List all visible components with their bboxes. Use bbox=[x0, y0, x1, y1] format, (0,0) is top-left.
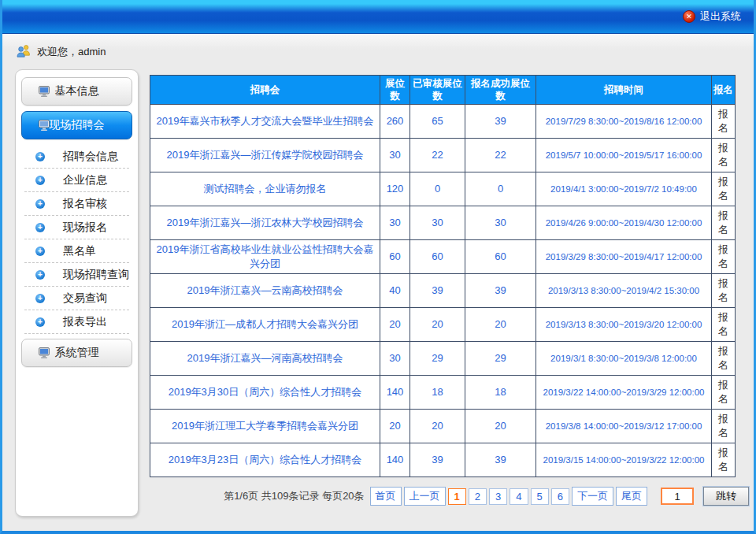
recruit-time-cell: 2019/3/15 14:00:00~2019/3/22 12:00:00 bbox=[536, 443, 712, 477]
sidebar-subitem[interactable]: 现场招聘查询 bbox=[24, 263, 129, 287]
fair-name-cell[interactable]: 2019年3月30日（周六）综合性人才招聘会 bbox=[150, 376, 380, 410]
header-apply: 报名 bbox=[712, 76, 736, 105]
sidebar-item-label: 系统管理 bbox=[55, 346, 99, 360]
sidebar: 基本信息 现场招聘会 招聘会信息企业信息报名审核现场报名黑名单现场招聘查询交易查… bbox=[15, 69, 139, 517]
recruit-time-cell: 2019/4/26 9:00:00~2019/4/30 12:00:00 bbox=[536, 206, 712, 240]
table-row: 2019年浙江嘉兴—浙江农林大学校园招聘会3030302019/4/26 9:0… bbox=[150, 206, 736, 240]
success-count-cell: 18 bbox=[465, 376, 536, 410]
prev-page-button[interactable]: 上一页 bbox=[404, 487, 446, 506]
content-area: 欢迎您，admin 基本信息 bbox=[2, 34, 754, 531]
apply-link[interactable]: 报名 bbox=[712, 376, 736, 410]
welcome-bar: 欢迎您，admin bbox=[2, 34, 754, 68]
fair-name-cell[interactable]: 2019年浙江嘉兴—浙江农林大学校园招聘会 bbox=[150, 206, 380, 240]
page-button[interactable]: 5 bbox=[531, 488, 549, 505]
sidebar-item-onsite-job-fair[interactable]: 现场招聘会 bbox=[21, 111, 132, 139]
plus-icon bbox=[35, 152, 45, 161]
page-button[interactable]: 6 bbox=[551, 488, 569, 505]
recruit-time-cell: 2019/3/13 8:30:00~2019/3/20 12:00:00 bbox=[536, 308, 712, 342]
jump-button[interactable]: 跳转 bbox=[703, 487, 749, 506]
subitem-label: 交易查询 bbox=[63, 291, 107, 306]
fair-name-cell[interactable]: 测试招聘会，企业请勿报名 bbox=[150, 172, 380, 206]
users-icon bbox=[17, 44, 32, 60]
logout-button[interactable]: 退出系统 bbox=[683, 9, 741, 24]
apply-link[interactable]: 报名 bbox=[712, 206, 736, 240]
fair-name-cell[interactable]: 2019年浙江省高校毕业生就业公益性招聘大会嘉兴分团 bbox=[150, 240, 380, 274]
apply-link[interactable]: 报名 bbox=[712, 105, 736, 139]
last-page-button[interactable]: 尾页 bbox=[616, 487, 647, 506]
table-row: 2019年3月30日（周六）综合性人才招聘会14018182019/3/22 1… bbox=[150, 376, 736, 410]
recruit-time-cell: 2019/7/29 8:30:00~2019/8/16 12:00:00 bbox=[536, 105, 712, 139]
app-window: 退出系统 欢迎您，admin bbox=[0, 0, 756, 534]
booth-count-cell: 120 bbox=[380, 172, 410, 206]
recruit-time-cell: 2019/3/1 8:30:00~2019/3/8 12:00:00 bbox=[536, 342, 712, 376]
success-count-cell: 60 bbox=[465, 240, 536, 274]
subitem-label: 招聘会信息 bbox=[63, 150, 118, 164]
plus-icon bbox=[35, 270, 45, 280]
apply-link[interactable]: 报名 bbox=[712, 443, 736, 477]
jump-page-input[interactable] bbox=[661, 488, 694, 505]
apply-link[interactable]: 报名 bbox=[712, 139, 736, 172]
sidebar-item-basic-info[interactable]: 基本信息 bbox=[21, 77, 132, 106]
success-count-cell: 29 bbox=[465, 342, 536, 376]
success-count-cell: 39 bbox=[465, 274, 536, 308]
sidebar-item-label: 现场招聘会 bbox=[50, 118, 105, 132]
subitem-label: 报表导出 bbox=[63, 315, 107, 329]
next-page-button[interactable]: 下一页 bbox=[572, 487, 613, 506]
recruit-time-cell: 2019/3/8 14:00:00~2019/3/12 17:00:00 bbox=[536, 410, 712, 443]
recruit-time-cell: 2019/3/22 14:00:00~2019/3/29 12:00:00 bbox=[536, 376, 712, 410]
table-row: 2019年浙江嘉兴—浙江传媒学院校园招聘会3022222019/5/7 10:0… bbox=[150, 139, 736, 172]
sidebar-item-system-management[interactable]: 系统管理 bbox=[21, 339, 132, 367]
fair-name-cell[interactable]: 2019年浙江—成都人才招聘大会嘉兴分团 bbox=[150, 308, 380, 342]
fair-name-cell[interactable]: 2019年浙江理工大学春季招聘会嘉兴分团 bbox=[150, 410, 380, 443]
sidebar-subitem[interactable]: 交易查询 bbox=[24, 287, 129, 310]
sidebar-subitem[interactable]: 现场报名 bbox=[24, 216, 129, 239]
apply-link[interactable]: 报名 bbox=[712, 308, 736, 342]
page-number-list: 123456 bbox=[448, 488, 569, 505]
approved-count-cell: 60 bbox=[410, 240, 465, 274]
page-button[interactable]: 3 bbox=[489, 488, 507, 505]
recruit-time-cell: 2019/3/13 8:30:00~2019/4/2 15:30:00 bbox=[536, 274, 712, 308]
sidebar-subitem[interactable]: 招聘会信息 bbox=[24, 145, 129, 169]
fair-name-cell[interactable]: 2019年浙江嘉兴—浙江传媒学院校园招聘会 bbox=[150, 139, 380, 172]
sidebar-subitem[interactable]: 报表导出 bbox=[24, 310, 129, 334]
plus-icon bbox=[35, 223, 45, 232]
table-row: 2019年3月23日（周六）综合性人才招聘会14039392019/3/15 1… bbox=[150, 443, 736, 477]
monitor-icon bbox=[37, 120, 50, 134]
page-button[interactable]: 4 bbox=[510, 488, 528, 505]
first-page-button[interactable]: 首页 bbox=[370, 487, 402, 506]
approved-count-cell: 29 bbox=[410, 342, 465, 376]
booth-count-cell: 30 bbox=[380, 206, 410, 240]
booth-count-cell: 30 bbox=[380, 342, 410, 376]
fair-name-cell[interactable]: 2019年3月23日（周六）综合性人才招聘会 bbox=[150, 443, 380, 477]
sidebar-subitem[interactable]: 企业信息 bbox=[24, 169, 129, 192]
header-success-count: 报名成功展位数 bbox=[465, 76, 536, 105]
page-button[interactable]: 2 bbox=[469, 488, 487, 505]
plus-icon bbox=[35, 317, 45, 327]
monitor-icon bbox=[37, 86, 50, 100]
sidebar-item-label: 基本信息 bbox=[55, 84, 99, 98]
booth-count-cell: 20 bbox=[380, 308, 410, 342]
recruit-time-cell: 2019/5/7 10:00:00~2019/5/17 16:00:00 bbox=[536, 139, 712, 172]
page-button-current[interactable]: 1 bbox=[448, 488, 466, 505]
apply-link[interactable]: 报名 bbox=[712, 410, 736, 443]
approved-count-cell: 20 bbox=[410, 308, 465, 342]
fair-name-cell[interactable]: 2019年浙江嘉兴—云南高校招聘会 bbox=[150, 274, 380, 308]
booth-count-cell: 60 bbox=[380, 240, 410, 274]
approved-count-cell: 39 bbox=[410, 443, 465, 477]
fair-name-cell[interactable]: 2019年浙江嘉兴—河南高校招聘会 bbox=[150, 342, 380, 376]
pagination-summary: 第1/6页 共109条记录 每页20条 bbox=[224, 489, 364, 503]
plus-icon bbox=[35, 176, 45, 185]
approved-count-cell: 20 bbox=[410, 410, 465, 443]
booth-count-cell: 140 bbox=[380, 443, 410, 477]
sidebar-subitem[interactable]: 报名审核 bbox=[24, 192, 129, 216]
apply-link[interactable]: 报名 bbox=[712, 172, 736, 206]
sidebar-subitem[interactable]: 黑名单 bbox=[24, 239, 129, 263]
table-row: 测试招聘会，企业请勿报名120002019/4/1 3:00:00~2019/7… bbox=[150, 172, 736, 206]
apply-link[interactable]: 报名 bbox=[712, 274, 736, 308]
apply-link[interactable]: 报名 bbox=[712, 240, 736, 274]
top-banner: 退出系统 bbox=[2, 0, 754, 34]
fair-name-cell[interactable]: 2019年嘉兴市秋季人才交流大会暨毕业生招聘会 bbox=[150, 105, 380, 139]
apply-link[interactable]: 报名 bbox=[712, 342, 736, 376]
success-count-cell: 39 bbox=[465, 443, 536, 477]
pagination-bar: 第1/6页 共109条记录 每页20条 首页 上一页 123456 下一页 尾页… bbox=[150, 487, 749, 506]
